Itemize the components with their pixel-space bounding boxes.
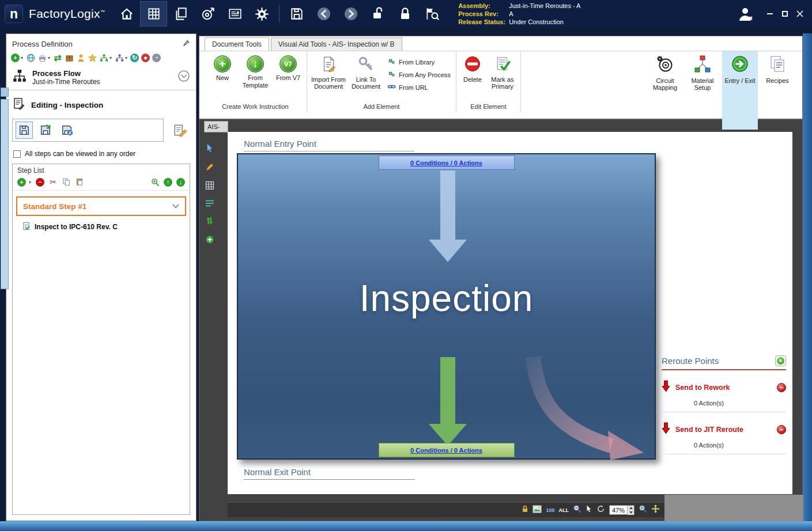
package-icon[interactable] (65, 53, 74, 62)
find-step-icon[interactable] (150, 177, 160, 187)
add-step-caret-icon[interactable]: ▾ (29, 180, 31, 185)
user-icon[interactable] (76, 53, 85, 62)
from-template-button[interactable]: ↓ From Template (240, 52, 271, 89)
add-process-caret-icon[interactable]: ▾ (21, 55, 23, 60)
zoom-spinner[interactable] (627, 506, 634, 515)
tab-visual-aid-tools[interactable]: Visual Aid Tools - AIS- Inspection w/ B (271, 37, 402, 51)
pan-icon[interactable] (651, 505, 660, 515)
scrollbar-button[interactable] (1, 88, 9, 97)
entry-exit-button[interactable]: Entry / Exit (722, 51, 758, 109)
remove-reroute-button[interactable]: − (777, 383, 786, 392)
anchor-tool-icon[interactable] (205, 235, 214, 246)
documents-icon[interactable] (167, 1, 194, 26)
flow-branch-icon[interactable] (99, 53, 108, 62)
work-instructions-icon[interactable] (140, 1, 167, 26)
process-tree-caret-icon[interactable]: ▾ (125, 55, 127, 60)
tab-document-tools[interactable]: Document Tools (205, 37, 269, 51)
from-url-button[interactable]: From URL (387, 82, 451, 92)
zoom-value[interactable]: 47% (610, 507, 627, 514)
forward-icon[interactable] (337, 1, 364, 26)
reroute-actions[interactable]: 0 Action(s) (694, 400, 786, 407)
sync-icon[interactable]: ⇄ (53, 53, 62, 62)
zoom-out-icon[interactable] (573, 505, 581, 515)
lock-status-icon[interactable] (522, 505, 528, 515)
close-button[interactable] (793, 6, 807, 22)
reroute-actions[interactable]: 0 Action(s) (694, 442, 786, 449)
news-icon[interactable] (221, 1, 248, 26)
process-tree-icon[interactable] (115, 53, 124, 62)
history-icon[interactable]: ◔ (152, 54, 161, 62)
snapshot-icon[interactable] (532, 505, 542, 515)
vertical-scrollbar-thumb[interactable] (1, 99, 9, 289)
pin-icon[interactable] (182, 39, 190, 49)
expand-down-icon[interactable] (177, 70, 190, 85)
save-version-button[interactable] (58, 122, 75, 139)
move-step-down-icon[interactable]: ↓ (176, 178, 185, 187)
save-icon[interactable] (283, 1, 310, 26)
horizontal-scrollbar[interactable] (0, 521, 812, 531)
inspection-step-box[interactable]: 0 Conditions / 0 Actions Inspection 0 Co… (237, 153, 656, 460)
star-user-icon[interactable] (88, 53, 97, 62)
add-reroute-button[interactable]: + (775, 355, 786, 366)
edit-tool-icon[interactable] (205, 162, 214, 174)
recipes-button[interactable]: Recipes (760, 51, 795, 109)
link-to-document-button[interactable]: Link To Document (349, 52, 383, 90)
from-v7-button[interactable]: V7 From V7 (273, 52, 304, 82)
home-icon[interactable] (113, 1, 140, 26)
new-button[interactable]: + New (207, 52, 238, 82)
lock-icon[interactable] (391, 1, 418, 26)
cursor-icon[interactable] (586, 505, 592, 515)
chevron-down-icon[interactable] (172, 204, 179, 208)
refresh-icon[interactable]: ↻ (130, 54, 139, 62)
edit-document-button[interactable] (171, 120, 190, 140)
rotate-icon[interactable] (596, 505, 605, 515)
user-logoff-icon[interactable] (737, 6, 754, 22)
zoom-level-input[interactable]: 47% (609, 505, 635, 515)
publish-icon[interactable] (26, 53, 35, 62)
process-flow-row[interactable]: Process Flow Just-in-Time Reroutes (6, 66, 196, 90)
save-import-button[interactable] (37, 122, 54, 139)
flow-branch-caret-icon[interactable]: ▾ (109, 55, 112, 60)
entry-conditions-link[interactable]: 0 Conditions / 0 Actions (410, 160, 482, 166)
delete-button[interactable]: Delete (459, 52, 486, 83)
minimize-button[interactable] (763, 6, 777, 22)
entry-conditions-bar[interactable]: 0 Conditions / 0 Actions (379, 155, 515, 170)
back-icon[interactable] (310, 1, 337, 26)
maximize-button[interactable] (778, 6, 792, 22)
cut-icon[interactable]: ✂ (48, 177, 58, 187)
grid-tool-icon[interactable] (205, 181, 214, 192)
unlock-icon[interactable] (364, 1, 391, 26)
add-process-icon[interactable]: + (11, 54, 20, 62)
import-from-document-button[interactable]: Import From Document (310, 52, 347, 90)
swap-tool-icon[interactable] (205, 217, 214, 228)
all-label[interactable]: ALL (558, 507, 569, 513)
remove-reroute-button[interactable]: − (777, 425, 786, 434)
vertical-scrollbar[interactable] (803, 33, 812, 521)
save-document-button[interactable] (16, 122, 33, 139)
record-icon[interactable]: ● (141, 54, 150, 62)
reroute-item[interactable]: Send to JIT Reroute − (662, 422, 786, 437)
gear-icon[interactable] (248, 1, 275, 26)
mark-as-primary-button[interactable]: Mark as Primary (488, 52, 518, 90)
zoom-in-icon[interactable] (639, 505, 647, 515)
audit-icon[interactable] (418, 1, 445, 26)
step-list-item-selected[interactable]: Standard Step #1 (16, 196, 186, 216)
layers-tool-icon[interactable] (205, 199, 214, 210)
step-child-item[interactable]: Inspect to IPC-610 Rev. C (13, 217, 190, 234)
material-setup-button[interactable]: Material Setup (685, 51, 720, 109)
exit-conditions-link[interactable]: 0 Conditions / 0 Actions (410, 447, 482, 454)
circuit-mapping-button[interactable]: Circuit Mapping (647, 51, 683, 109)
remove-step-icon[interactable]: − (36, 178, 44, 187)
order-checkbox[interactable] (13, 150, 21, 158)
from-any-process-button[interactable]: From Any Process (387, 70, 451, 79)
document-tab[interactable]: AIS- (204, 121, 228, 132)
move-step-up-icon[interactable]: ↑ (164, 178, 172, 187)
print-caret-icon[interactable]: ▾ (48, 55, 50, 60)
copy-icon[interactable] (62, 177, 71, 187)
print-icon[interactable] (37, 53, 47, 62)
reroute-item[interactable]: Send to Rework − (662, 380, 786, 395)
from-library-button[interactable]: From Library (387, 57, 451, 67)
add-step-icon[interactable]: + (17, 178, 26, 187)
target-icon[interactable] (194, 1, 221, 26)
exit-conditions-bar[interactable]: 0 Conditions / 0 Actions (379, 443, 515, 457)
